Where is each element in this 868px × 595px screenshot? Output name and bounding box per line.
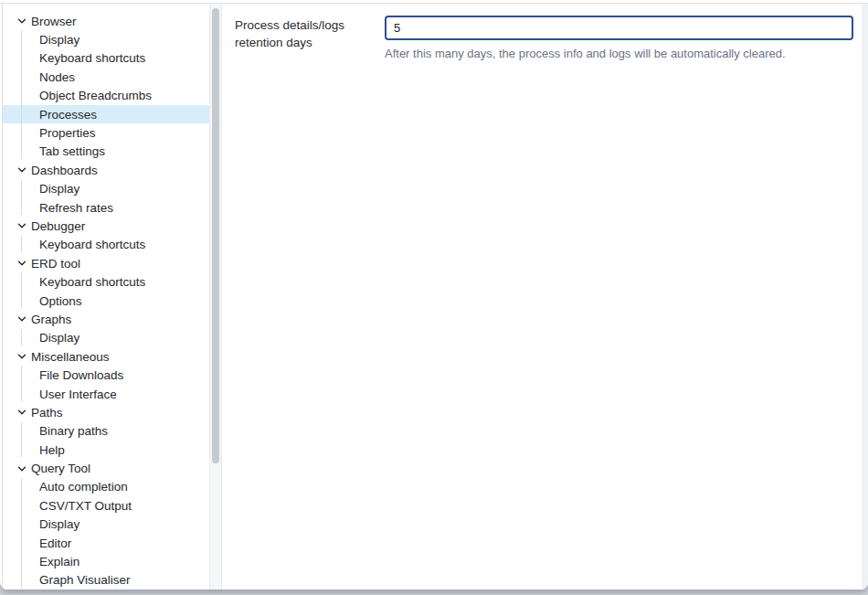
sidebar-group-miscellaneous[interactable]: Miscellaneous (3, 347, 221, 366)
sidebar-item-refresh-rates[interactable]: Refresh rates (3, 198, 221, 217)
sidebar-group-label: ERD tool (31, 257, 80, 271)
sidebar-item-processes[interactable]: Processes (3, 105, 221, 123)
sidebar-group-children: DisplayKeyboard shortcutsNodesObject Bre… (3, 30, 221, 161)
sidebar-item-explain[interactable]: Explain (3, 552, 221, 570)
retention-days-helper-text: After this many days, the process info a… (385, 46, 850, 61)
sidebar-group-browser[interactable]: Browser (3, 12, 221, 30)
sidebar-group-graphs[interactable]: Graphs (3, 310, 221, 328)
sidebar-item-label: Explain (39, 555, 79, 568)
content-scroll-gutter (862, 4, 868, 590)
sidebar-item-graph-visualiser[interactable]: Graph Visualiser (3, 571, 221, 590)
preferences-content-panel: Process details/logs retention days Afte… (222, 4, 868, 590)
preferences-body: BrowserDisplayKeyboard shortcutsNodesObj… (0, 3, 868, 590)
sidebar-item-label: Properties (39, 126, 96, 140)
sidebar-item-label: Help (39, 443, 65, 457)
sidebar-item-help[interactable]: Help (3, 441, 221, 459)
sidebar-item-tab-settings[interactable]: Tab settings (3, 143, 221, 161)
sidebar-item-label: Display (39, 517, 79, 531)
sidebar-group-erd-tool[interactable]: ERD tool (3, 254, 221, 272)
sidebar-item-options[interactable]: Options (3, 292, 221, 310)
sidebar-item-label: Keyboard shortcuts (39, 238, 145, 251)
chevron-down-icon[interactable] (15, 218, 29, 233)
retention-days-label: Process details/logs retention days (235, 16, 376, 51)
sidebar-item-label: Nodes (39, 70, 75, 84)
retention-days-input[interactable] (385, 16, 853, 40)
sidebar-item-label: Keyboard shortcuts (39, 275, 145, 289)
sidebar-item-display[interactable]: Display (3, 30, 221, 48)
sidebar-item-editor[interactable]: Editor (3, 534, 221, 552)
sidebar-item-label: Tab settings (39, 144, 105, 158)
chevron-down-icon[interactable] (15, 14, 29, 28)
sidebar-group-label: Paths (31, 406, 63, 420)
sidebar-scrollbar-track[interactable] (209, 4, 221, 590)
sidebar-group-label: Browser (31, 15, 77, 28)
sidebar-item-label: Graph Visualiser (39, 573, 131, 587)
sidebar-item-auto-completion[interactable]: Auto completion (3, 478, 221, 496)
sidebar-item-object-breadcrumbs[interactable]: Object Breadcrumbs (3, 87, 221, 105)
chevron-down-icon[interactable] (15, 163, 29, 177)
sidebar-group-dashboards[interactable]: Dashboards (3, 161, 221, 179)
sidebar-item-label: File Downloads (39, 368, 123, 382)
sidebar-item-nodes[interactable]: Nodes (3, 68, 221, 86)
sidebar-item-label: Refresh rates (39, 201, 113, 215)
sidebar-item-label: Processes (39, 108, 97, 122)
sidebar-item-label: Display (39, 182, 79, 196)
sidebar-group-children: Binary pathsHelp (3, 422, 221, 460)
sidebar-item-label: Auto completion (39, 480, 128, 494)
sidebar-item-keyboard-shortcuts[interactable]: Keyboard shortcuts (3, 272, 221, 291)
sidebar-group-label: Dashboards (31, 164, 98, 177)
chevron-down-icon[interactable] (15, 462, 29, 476)
sidebar-item-label: Editor (39, 537, 71, 550)
sidebar-item-keyboard-shortcuts[interactable]: Keyboard shortcuts (3, 49, 221, 68)
sidebar-group-children: Keyboard shortcutsOptions (3, 272, 221, 310)
sidebar-item-keyboard-shortcuts[interactable]: Keyboard shortcuts (3, 236, 221, 254)
sidebar-group-children: Auto completionCSV/TXT OutputDisplayEdit… (3, 478, 221, 590)
sidebar-item-label: Options (39, 294, 82, 308)
sidebar-item-label: Display (39, 33, 79, 47)
sidebar-item-label: Display (39, 331, 79, 345)
chevron-down-icon[interactable] (15, 312, 29, 326)
sidebar-item-label: Object Breadcrumbs (39, 89, 152, 102)
sidebar-group-children: Keyboard shortcuts (3, 236, 221, 254)
preferences-dialog: BrowserDisplayKeyboard shortcutsNodesObj… (0, 0, 868, 590)
sidebar-item-user-interface[interactable]: User Interface (3, 385, 221, 403)
chevron-down-icon[interactable] (15, 349, 29, 364)
sidebar-group-query-tool[interactable]: Query Tool (3, 459, 221, 477)
sidebar-group-children: DisplayRefresh rates (3, 180, 221, 218)
chevron-down-icon[interactable] (15, 256, 29, 271)
sidebar-item-file-downloads[interactable]: File Downloads (3, 366, 221, 384)
preferences-tree-panel: BrowserDisplayKeyboard shortcutsNodesObj… (2, 4, 222, 590)
sidebar-scrollbar-thumb[interactable] (212, 8, 219, 463)
sidebar-item-csv-txt-output[interactable]: CSV/TXT Output (3, 496, 221, 515)
sidebar-item-binary-paths[interactable]: Binary paths (3, 422, 221, 441)
sidebar-group-children: Display (3, 329, 221, 347)
sidebar-item-display[interactable]: Display (3, 329, 221, 347)
sidebar-group-label: Query Tool (31, 462, 90, 475)
sidebar-group-label: Debugger (31, 219, 85, 233)
sidebar-item-label: CSV/TXT Output (39, 499, 132, 513)
sidebar-group-paths[interactable]: Paths (3, 403, 221, 421)
sidebar-item-label: User Interface (39, 388, 117, 401)
sidebar-item-label: Keyboard shortcuts (39, 51, 145, 65)
sidebar-item-label: Binary paths (39, 424, 108, 438)
chevron-down-icon[interactable] (15, 405, 29, 420)
sidebar-group-label: Graphs (31, 313, 71, 326)
sidebar-item-properties[interactable]: Properties (3, 123, 221, 142)
sidebar-group-debugger[interactable]: Debugger (3, 217, 221, 235)
preferences-tree: BrowserDisplayKeyboard shortcutsNodesObj… (3, 4, 221, 590)
sidebar-item-display[interactable]: Display (3, 180, 221, 198)
sidebar-group-children: File DownloadsUser Interface (3, 366, 221, 403)
sidebar-item-display[interactable]: Display (3, 515, 221, 534)
sidebar-group-label: Miscellaneous (31, 350, 110, 364)
